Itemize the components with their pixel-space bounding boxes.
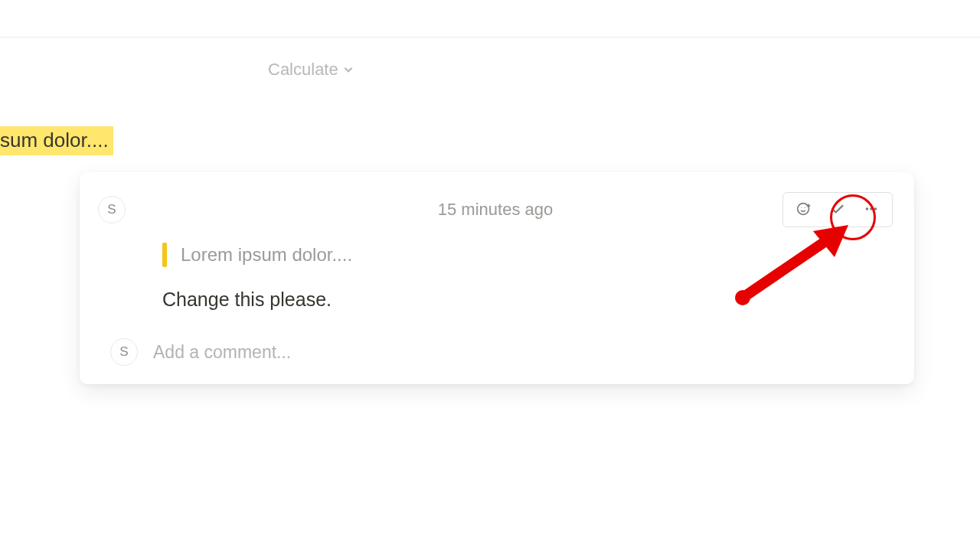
calculate-label: Calculate <box>268 60 338 80</box>
svg-point-1 <box>801 207 802 207</box>
checkmark-icon <box>829 201 846 220</box>
reply-row: S <box>110 338 893 366</box>
comment-timestamp: 15 minutes ago <box>438 200 553 220</box>
svg-point-4 <box>870 207 873 210</box>
svg-point-5 <box>874 207 877 210</box>
avatar[interactable]: S <box>98 196 126 223</box>
emoji-plus-icon <box>795 201 812 220</box>
add-reaction-button[interactable] <box>788 196 820 223</box>
more-horizontal-icon <box>863 201 880 220</box>
reply-input[interactable] <box>153 342 536 363</box>
top-divider <box>0 37 980 37</box>
comment-body: Change this please. <box>162 289 893 311</box>
comment-actions-bar <box>782 192 893 227</box>
comment-header: S 15 minutes ago <box>98 191 893 229</box>
chevron-down-icon <box>343 64 354 75</box>
calculate-dropdown[interactable]: Calculate <box>268 60 354 80</box>
quoted-text: Lorem ipsum dolor.... <box>181 244 352 266</box>
avatar[interactable]: S <box>110 338 138 366</box>
svg-point-2 <box>805 207 805 207</box>
highlighted-text[interactable]: sum dolor.... <box>0 126 113 155</box>
resolve-button[interactable] <box>822 196 854 223</box>
comment-card: S 15 minutes ago <box>80 172 914 384</box>
svg-point-0 <box>798 203 809 214</box>
svg-point-3 <box>866 207 869 210</box>
comment-quote: Lorem ipsum dolor.... <box>162 243 893 267</box>
quote-bar <box>162 243 167 267</box>
more-options-button[interactable] <box>855 196 887 223</box>
